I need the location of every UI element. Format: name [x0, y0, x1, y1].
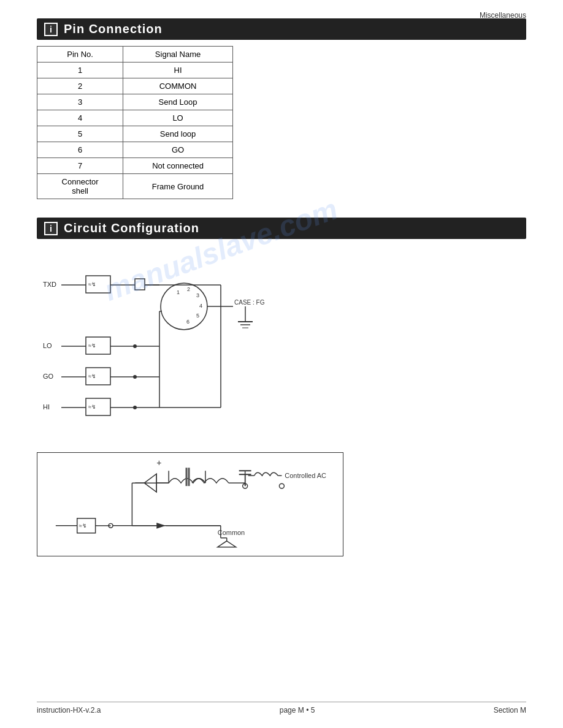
- signal-name: Not connected: [123, 158, 233, 174]
- pin-number: 1: [37, 63, 123, 78]
- circuit-configuration-header: i Circuit Configuration: [37, 218, 526, 239]
- controlled-ac-label: Controlled AC: [285, 472, 326, 479]
- svg-text:≈↯: ≈↯: [79, 523, 87, 529]
- pin-number: 6: [37, 142, 123, 158]
- pin-number: Connectorshell: [37, 174, 123, 199]
- circuit-configuration-section: i Circuit Configuration TXD ≈↯: [37, 218, 526, 556]
- svg-point-22: [133, 344, 137, 348]
- circuit-icon: i: [44, 222, 58, 235]
- footer-right: Section M: [494, 706, 526, 715]
- pin-connection-title: Pin Connection: [64, 22, 163, 36]
- svg-rect-4: [135, 279, 145, 290]
- svg-text:1: 1: [177, 289, 180, 295]
- table-row: 6GO: [37, 142, 233, 158]
- circuit-diagram: TXD ≈↯ 1 2 3 4 5 6: [37, 245, 405, 441]
- page-container: Miscellaneous manualslave.com i Pin Conn…: [0, 0, 563, 728]
- svg-text:≈↯: ≈↯: [88, 343, 96, 349]
- col-header-pin: Pin No.: [37, 47, 123, 63]
- svg-text:2: 2: [187, 286, 190, 292]
- common-label: Common: [218, 529, 245, 536]
- signal-name: Send Loop: [123, 94, 233, 110]
- signal-name: Send loop: [123, 126, 233, 142]
- power-supply-box: +: [37, 452, 343, 556]
- svg-text:6: 6: [186, 319, 190, 325]
- svg-text:≈↯: ≈↯: [88, 281, 96, 287]
- table-row: 2COMMON: [37, 78, 233, 94]
- table-row: 1HI: [37, 63, 233, 78]
- case-fg-label: CASE : FG: [234, 299, 265, 306]
- pin-connection-table: Pin No. Signal Name 1HI2COMMON3Send Loop…: [37, 46, 233, 199]
- txd-label: TXD: [43, 281, 56, 288]
- footer-center: page M • 5: [280, 706, 315, 715]
- footer-left: instruction-HX-v.2.a: [37, 706, 101, 715]
- table-row: 4LO: [37, 110, 233, 126]
- svg-text:+: +: [156, 458, 161, 468]
- pin-number: 7: [37, 158, 123, 174]
- signal-name: Frame Ground: [123, 174, 233, 199]
- col-header-signal: Signal Name: [123, 47, 233, 63]
- svg-text:4: 4: [199, 303, 202, 309]
- pin-number: 3: [37, 94, 123, 110]
- go-label: GO: [43, 373, 54, 380]
- hi-label: HI: [43, 403, 50, 411]
- circuit-svg: TXD ≈↯ 1 2 3 4 5 6: [37, 245, 405, 441]
- svg-point-35: [133, 406, 137, 409]
- pin-number: 2: [37, 78, 123, 94]
- top-right-label: Miscellaneous: [480, 11, 526, 20]
- table-row: ConnectorshellFrame Ground: [37, 174, 233, 199]
- svg-text:≈↯: ≈↯: [88, 373, 96, 379]
- table-row: 7Not connected: [37, 158, 233, 174]
- svg-text:≈↯: ≈↯: [88, 404, 96, 410]
- table-row: 3Send Loop: [37, 94, 233, 110]
- footer: instruction-HX-v.2.a page M • 5 Section …: [37, 702, 526, 715]
- signal-name: GO: [123, 142, 233, 158]
- power-svg: +: [37, 452, 343, 556]
- pin-connection-icon: i: [44, 23, 58, 36]
- signal-name: HI: [123, 63, 233, 78]
- lo-label: LO: [43, 342, 52, 349]
- signal-name: LO: [123, 110, 233, 126]
- svg-text:5: 5: [196, 313, 199, 319]
- signal-name: COMMON: [123, 78, 233, 94]
- svg-marker-66: [218, 541, 236, 547]
- pin-number: 4: [37, 110, 123, 126]
- pin-number: 5: [37, 126, 123, 142]
- svg-point-29: [133, 375, 137, 379]
- svg-point-57: [279, 483, 284, 488]
- pin-connection-header: i Pin Connection: [37, 18, 526, 40]
- svg-text:3: 3: [196, 292, 199, 298]
- table-row: 5Send loop: [37, 126, 233, 142]
- circuit-configuration-title: Circuit Configuration: [64, 221, 199, 235]
